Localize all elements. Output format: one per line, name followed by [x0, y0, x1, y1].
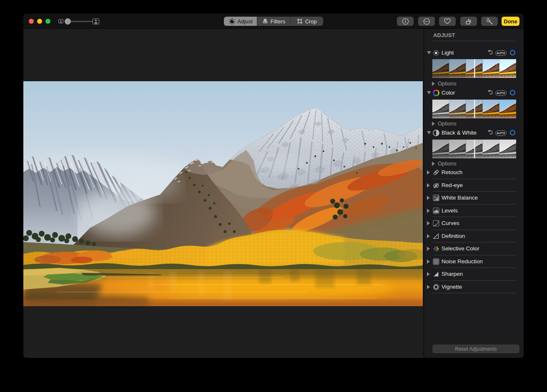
svg-text:W: W — [434, 196, 436, 198]
